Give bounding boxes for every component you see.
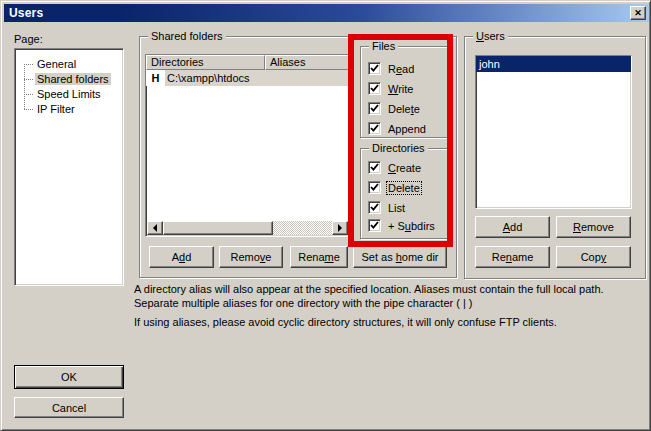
folder-row[interactable]: H C:\xampp\htdocs — [146, 70, 349, 86]
list-checkbox-box[interactable] — [368, 201, 381, 214]
checkbox-read[interactable]: Read — [368, 62, 415, 75]
checkmark-icon — [370, 124, 379, 133]
sidebar-item-speed-limits[interactable]: Speed Limits — [15, 87, 123, 102]
add-folder-button[interactable]: Add — [149, 246, 214, 268]
users-dialog: Users ✕ Page: General Shared folders Spe… — [0, 0, 651, 431]
sidebar-item-general[interactable]: General — [15, 57, 123, 72]
titlebar[interactable]: Users — [4, 4, 649, 22]
subdirs-checkbox-box[interactable] — [368, 219, 381, 232]
alias-help-paragraph-1: A directory alias will also appear at th… — [134, 282, 645, 310]
directories-group-label: Directories — [369, 141, 428, 155]
checkbox-delete-dir[interactable]: Delete — [368, 181, 421, 194]
rename-user-button[interactable]: Rename — [475, 246, 550, 268]
checkmark-icon — [370, 183, 379, 192]
folder-listview[interactable]: Directories Aliases H C:\xampp\htdocs — [145, 54, 350, 237]
files-group-label: Files — [369, 39, 398, 53]
column-header-directories[interactable]: Directories — [146, 55, 265, 70]
checkbox-list[interactable]: List — [368, 201, 406, 214]
checkbox-append[interactable]: Append — [368, 122, 427, 135]
home-flag: H — [146, 70, 165, 86]
close-icon: ✕ — [634, 9, 642, 18]
create-checkbox-box[interactable] — [368, 161, 381, 174]
add-user-button[interactable]: Add — [475, 216, 550, 238]
checkbox-subdirs[interactable]: + Subdirs — [368, 219, 436, 232]
users-list[interactable]: john — [475, 55, 632, 209]
checkmark-icon — [370, 221, 379, 230]
shared-folders-group-label: Shared folders — [148, 29, 226, 43]
scroll-thumb[interactable] — [163, 221, 273, 235]
sidebar-item-shared-folders[interactable]: Shared folders — [15, 72, 123, 87]
page-list[interactable]: General Shared folders Speed Limits IP F… — [14, 48, 124, 286]
close-button[interactable]: ✕ — [630, 6, 646, 20]
checkbox-create[interactable]: Create — [368, 161, 422, 174]
ok-button[interactable]: OK — [14, 365, 124, 389]
window-title: Users — [9, 6, 43, 20]
checkmark-icon — [370, 84, 379, 93]
set-home-dir-button[interactable]: Set as home dir — [353, 246, 447, 268]
checkbox-delete-file[interactable]: Delete — [368, 102, 421, 115]
delete-dir-checkbox-box[interactable] — [368, 181, 381, 194]
copy-user-button[interactable]: Copy — [556, 246, 631, 268]
checkmark-icon — [370, 104, 379, 113]
sidebar-item-ip-filter[interactable]: IP Filter — [15, 102, 123, 117]
column-header-aliases[interactable]: Aliases — [265, 55, 349, 70]
checkbox-write[interactable]: Write — [368, 82, 414, 95]
checkmark-icon — [370, 64, 379, 73]
checkmark-icon — [370, 203, 379, 212]
read-checkbox-box[interactable] — [368, 62, 381, 75]
folder-list-header: Directories Aliases — [146, 55, 349, 70]
checkmark-icon — [370, 163, 379, 172]
scroll-right-icon — [338, 224, 346, 232]
directory-cell: C:\xampp\htdocs — [165, 70, 349, 86]
rename-folder-button[interactable]: Rename — [290, 246, 348, 268]
delete-file-checkbox-box[interactable] — [368, 102, 381, 115]
user-item-john[interactable]: john — [476, 56, 631, 72]
horizontal-scrollbar[interactable] — [147, 221, 348, 235]
alias-help-paragraph-2: If using aliases, please avoid cyclic di… — [134, 315, 645, 329]
remove-folder-button[interactable]: Remove — [219, 246, 283, 268]
scroll-left-button[interactable] — [147, 221, 163, 235]
write-checkbox-box[interactable] — [368, 82, 381, 95]
append-checkbox-box[interactable] — [368, 122, 381, 135]
cancel-button[interactable]: Cancel — [14, 397, 124, 418]
alias-help-text: A directory alias will also appear at th… — [134, 282, 645, 329]
scroll-left-icon — [149, 224, 157, 232]
users-group-label: Users — [473, 29, 508, 43]
remove-user-button[interactable]: Remove — [556, 216, 631, 238]
page-label: Page: — [14, 33, 43, 45]
scroll-right-button[interactable] — [332, 221, 348, 235]
